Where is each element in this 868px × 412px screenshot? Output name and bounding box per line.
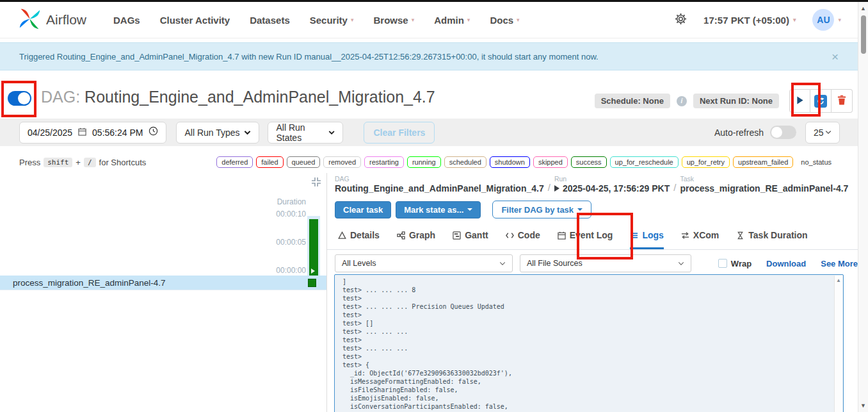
duration-tick: 00:00:05 [276,238,306,247]
task-row-selected[interactable]: process_migration_RE_adminPanel-4.7 [0,276,326,290]
tab-logs[interactable]: Logs [630,224,663,249]
nav-item-admin[interactable]: Admin▾ [434,15,470,26]
time-value[interactable]: 05:56:24 PM [92,128,143,138]
xcom-icon [681,231,689,240]
logs-icon [630,231,638,240]
state-legend: deferredfailedqueuedremovedrestartingrun… [216,156,836,168]
nav-item-docs[interactable]: Docs▾ [490,15,519,26]
nav-item-label: Browse [373,15,408,26]
task-state-square[interactable] [308,279,316,287]
state-badge-up-for-retry[interactable]: up_for_retry [682,156,730,168]
state-badge-no-status[interactable]: no_status [796,157,836,167]
next-run-badge: Next Run ID: None [693,94,779,108]
clear-task-button[interactable]: Clear task [335,201,391,218]
delete-dag-button[interactable] [832,89,853,113]
state-badge-scheduled[interactable]: scheduled [444,156,486,168]
file-sources-select[interactable]: All File Sources [520,254,691,272]
breadcrumb-task-label: Task [680,175,848,183]
state-badge-deferred[interactable]: deferred [216,156,253,168]
event-log-icon [558,231,566,240]
state-badge-running[interactable]: running [407,156,441,168]
nav-item-dags[interactable]: DAGs [113,15,140,26]
log-line: test> ... ... ... [342,327,835,336]
chevron-down-icon [825,130,832,135]
tab-label: Gantt [465,230,488,240]
state-badge-up-for-reschedule[interactable]: up_for_reschedule [610,156,679,168]
chevron-down-icon: ▾ [793,17,796,23]
page-scrollbar[interactable]: ▲ ▼ [858,2,868,412]
page-size-select[interactable]: 25 [805,122,840,144]
state-badge-failed[interactable]: failed [256,156,283,168]
nav-item-security[interactable]: Security▾ [310,15,354,26]
run-states-select[interactable]: All Run States [268,122,343,144]
chevron-down-icon: ▾ [412,17,415,23]
state-badge-queued[interactable]: queued [287,156,321,168]
tab-label: Details [350,230,380,240]
tab-details[interactable]: Details [338,224,380,249]
scroll-up-icon[interactable]: ▲ [835,277,842,283]
toggle-knob [771,127,782,138]
duration-axis-label: Duration [277,197,306,206]
state-badge-removed[interactable]: removed [323,156,361,168]
breadcrumb-dag-value[interactable]: Routing_Engine_and_AdminPanel_Migration_… [335,183,544,194]
airflow-brand[interactable]: Airflow [18,7,86,33]
datetime-picker[interactable]: 04/25/2025 05:56:24 PM [19,122,166,144]
close-icon[interactable]: × [832,51,839,63]
legend-row: Press shift + / for Shortcuts deferredfa… [0,154,858,170]
nav-item-datasets[interactable]: Datasets [250,15,290,26]
see-more-link[interactable]: See More [821,259,858,268]
breadcrumb-run-value[interactable]: 2025-04-25, 17:56:29 PKT [554,183,670,194]
scroll-up-icon[interactable]: ▲ [858,5,868,12]
log-line: test> ... ... ... Precision Queues Updat… [342,302,835,311]
state-badge-restarting[interactable]: restarting [364,156,404,168]
auto-refresh-toggle[interactable] [770,126,796,139]
shortcuts-plus: + [76,158,81,167]
run-types-select[interactable]: All Run Types [176,122,259,144]
duration-tick: 00:00:10 [276,210,306,218]
tab-event-log[interactable]: Event Log [558,224,613,249]
state-badge-skipped[interactable]: skipped [533,156,568,168]
nav-item-browse[interactable]: Browse▾ [373,15,414,26]
tab-graph[interactable]: Graph [397,224,435,249]
state-badge-upstream-failed[interactable]: upstream_failed [733,156,793,168]
nav-item-cluster-activity[interactable]: Cluster Activity [160,15,230,26]
filter-dag-button[interactable]: Filter DAG by task [492,201,591,218]
task-actions: Clear task Mark state as... Filter DAG b… [335,201,591,218]
tab-xcom[interactable]: XCom [681,224,719,249]
scroll-down-icon[interactable]: ▼ [858,402,868,409]
tab-task-duration[interactable]: Task Duration [736,224,807,249]
scrollbar-thumb[interactable] [861,15,866,54]
tab-code[interactable]: Code [506,224,540,249]
mark-state-button[interactable]: Mark state as... [396,201,481,218]
state-badge-success[interactable]: success [571,156,607,168]
info-icon[interactable]: i [677,96,687,106]
trigger-dag-button[interactable] [789,89,810,113]
wrap-checkbox[interactable] [718,259,727,268]
tab-gantt[interactable]: Gantt [453,224,488,249]
nav-item-label: Admin [434,15,464,26]
reparse-dag-button[interactable] [810,89,832,113]
clear-filters-button[interactable]: Clear Filters [364,122,435,144]
dag-pause-toggle[interactable] [8,91,31,106]
log-scrollbar[interactable]: ▲ [834,276,842,412]
state-badge-shutdown[interactable]: shutdown [490,156,530,168]
gear-icon[interactable] [675,13,687,28]
clock-menu[interactable]: 17:57 PKT (+05:00) ▾ [703,15,796,26]
log-levels-select[interactable]: All Levels [335,254,513,272]
collapse-icon[interactable] [311,177,321,190]
log-line: isFileSharingEnabled: false, [342,386,835,394]
schedule-badge: Schedule: None [595,94,670,108]
user-menu[interactable]: AU ▾ [812,9,841,31]
airflow-app: Airflow DAGsCluster ActivityDatasetsSecu… [0,0,868,412]
navbar-right: 17:57 PKT (+05:00) ▾ AU ▾ [675,9,841,31]
date-value[interactable]: 04/25/2025 [28,128,72,138]
download-link[interactable]: Download [766,259,806,268]
chevron-down-icon: ▾ [467,17,470,23]
task-duration-bar[interactable] [309,219,318,276]
detail-tabs: DetailsGraphGanttCodeEvent LogLogsXComTa… [327,224,858,250]
breadcrumb-task-value[interactable]: process_migration_RE_adminPanel-4.7 [680,183,848,194]
log-line: isMessageFormattingEnabled: false, [342,377,835,386]
trash-icon [837,95,846,108]
nav-item-label: Docs [490,15,513,26]
log-levels-value: All Levels [342,259,376,268]
